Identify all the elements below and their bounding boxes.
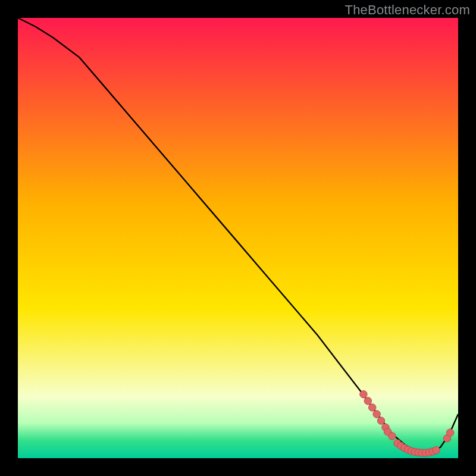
highlight-dot — [360, 391, 367, 398]
highlight-dot — [369, 404, 376, 411]
highlight-dot — [373, 411, 380, 418]
gradient-background — [18, 18, 458, 458]
attribution-text: TheBottlenecker.com — [345, 2, 470, 18]
highlight-dot — [364, 397, 371, 405]
highlight-dot — [433, 446, 440, 453]
highlight-dot — [377, 417, 384, 424]
chart-frame: TheBottlenecker.com — [0, 0, 476, 476]
highlight-dot — [446, 429, 453, 436]
highlight-dot — [389, 433, 396, 440]
bottleneck-chart — [18, 18, 458, 458]
